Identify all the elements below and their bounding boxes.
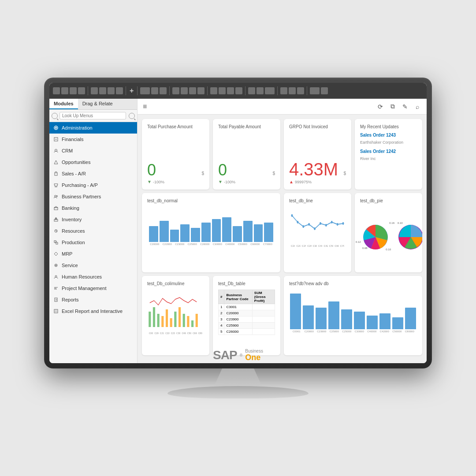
toolbar-icon-25[interactable] bbox=[297, 87, 304, 94]
kpi-payable-trend-value: -100% bbox=[224, 180, 235, 184]
sidebar-tabs: Modules Drag & Relate bbox=[49, 99, 137, 110]
nav-item-inventory[interactable]: Inventory bbox=[49, 214, 137, 225]
trend-down-icon: ▼ bbox=[147, 179, 152, 184]
adv-label-5: C25000 bbox=[341, 330, 353, 333]
business-partners-icon bbox=[53, 193, 59, 200]
svg-point-7 bbox=[55, 186, 56, 187]
toolbar-icon-27[interactable] bbox=[321, 87, 328, 94]
bar-12 bbox=[264, 223, 273, 242]
line-label-8: C50000 bbox=[329, 245, 333, 247]
adv-bar-8 bbox=[379, 313, 390, 329]
toolbar-icon-24[interactable] bbox=[289, 87, 296, 94]
svg-rect-54 bbox=[178, 307, 181, 327]
svg-rect-50 bbox=[161, 316, 164, 327]
toolbar-icon-16[interactable] bbox=[210, 87, 217, 94]
search-icon-toolbar[interactable]: ⌕ bbox=[413, 103, 421, 111]
nav-item-administration[interactable]: Administration bbox=[49, 122, 137, 134]
toolbar-icon-7[interactable] bbox=[108, 87, 115, 94]
adv-bar-chart bbox=[289, 290, 417, 329]
nav-item-sales[interactable]: Sales - A/R bbox=[49, 168, 137, 179]
toolbar-icon-6[interactable] bbox=[99, 87, 106, 94]
toolbar-icon-26[interactable] bbox=[310, 87, 320, 94]
refresh-icon[interactable]: ⟳ bbox=[376, 103, 384, 111]
toolbar-add-icon[interactable]: + bbox=[130, 87, 134, 95]
nav-item-hr[interactable]: Human Resources bbox=[49, 271, 137, 283]
sidebar-search bbox=[49, 110, 137, 122]
nav-item-opportunities[interactable]: Opportunities bbox=[49, 156, 137, 168]
toolbar-icon-5[interactable] bbox=[91, 87, 98, 94]
toolbar-icon-23[interactable] bbox=[280, 87, 287, 94]
toolbar-icon-19[interactable] bbox=[235, 87, 242, 94]
sap-text: SAP bbox=[213, 348, 237, 362]
adv-bar-9 bbox=[392, 317, 403, 329]
toolbar-icon-4[interactable] bbox=[78, 87, 85, 94]
nav-label-resources: Resources bbox=[62, 228, 85, 234]
pie1-label-010: 0.10 bbox=[386, 248, 391, 251]
toolbar-icon-20[interactable] bbox=[248, 87, 255, 94]
toolbar-icon-13[interactable] bbox=[181, 87, 188, 94]
toolbar-icon-15[interactable] bbox=[197, 87, 205, 94]
toolbar-icon-2[interactable] bbox=[61, 87, 68, 94]
sidebar-nav: Administration Financials bbox=[49, 122, 137, 363]
toolbar-icon-17[interactable] bbox=[219, 87, 226, 94]
svg-marker-12 bbox=[54, 206, 58, 208]
chart-label-8: C50000 bbox=[237, 243, 249, 245]
bar-2 bbox=[160, 221, 169, 242]
svg-point-37 bbox=[302, 225, 304, 228]
nav-item-reports[interactable]: Reports bbox=[49, 294, 137, 305]
edit-icon[interactable]: ✎ bbox=[401, 103, 409, 111]
toolbar-icon-21[interactable] bbox=[257, 87, 264, 94]
bar-5 bbox=[191, 228, 200, 242]
bar-3 bbox=[170, 230, 179, 242]
nav-item-excel[interactable]: Excel Report and Interactive bbox=[49, 305, 137, 317]
nav-item-crm[interactable]: CRM bbox=[49, 145, 137, 156]
recent-link-1243[interactable]: Sales Order 1243 bbox=[360, 133, 417, 138]
business-text: Business bbox=[245, 349, 263, 353]
nav-item-production[interactable]: Production bbox=[49, 237, 137, 248]
toolbar-sep-6 bbox=[245, 86, 245, 95]
svg-marker-5 bbox=[54, 160, 58, 164]
nav-item-banking[interactable]: Banking bbox=[49, 202, 137, 214]
line-label-7: C42000 bbox=[324, 245, 327, 247]
dashboard-grid: Total Purchase Amount 0 $ ▼ -100% bbox=[138, 115, 427, 363]
nav-item-purchasing[interactable]: Purchasing - A/P bbox=[49, 179, 137, 191]
svg-line-18 bbox=[56, 231, 57, 231]
nav-item-financials[interactable]: Financials bbox=[49, 134, 137, 145]
toolbar-icon-10[interactable] bbox=[151, 87, 158, 94]
toolbar-icon-18[interactable] bbox=[227, 87, 234, 94]
kpi-payable-value: 0 bbox=[218, 161, 271, 179]
trend-up-icon: ▲ bbox=[289, 179, 294, 184]
row-sum-3 bbox=[252, 316, 275, 323]
financials-icon bbox=[53, 136, 59, 142]
toolbar-icon-22[interactable] bbox=[265, 87, 275, 94]
svg-rect-56 bbox=[187, 316, 189, 327]
search-submit-icon[interactable] bbox=[129, 113, 135, 119]
toolbar-icon-12[interactable] bbox=[172, 87, 179, 94]
svg-point-35 bbox=[291, 214, 293, 217]
tab-drag-relate[interactable]: Drag & Relate bbox=[78, 99, 117, 109]
hamburger-icon[interactable]: ≡ bbox=[143, 103, 147, 111]
toolbar-icon-1[interactable] bbox=[53, 87, 60, 94]
nav-item-resources[interactable]: Resources bbox=[49, 225, 137, 237]
nav-item-project-management[interactable]: Project Management bbox=[49, 283, 137, 294]
toolbar-icon-9[interactable] bbox=[140, 87, 150, 94]
service-icon bbox=[53, 262, 59, 268]
chart-pie-title: test_db_pie bbox=[360, 198, 417, 203]
svg-point-24 bbox=[56, 265, 57, 266]
search-input[interactable] bbox=[60, 112, 126, 119]
nav-label-excel: Excel Report and Interactive bbox=[62, 309, 123, 314]
nav-item-service[interactable]: Service bbox=[49, 260, 137, 271]
copy-icon[interactable]: ⧉ bbox=[389, 103, 397, 111]
toolbar-icon-11[interactable] bbox=[160, 87, 167, 94]
pie1-label-016: 0.16 bbox=[389, 222, 394, 224]
toolbar-icon-8[interactable] bbox=[116, 87, 123, 94]
toolbar-icon-3[interactable] bbox=[70, 87, 77, 94]
nav-item-mrp[interactable]: MRP bbox=[49, 248, 137, 260]
trend-down-icon-2: ▼ bbox=[218, 179, 223, 184]
col-label-8: C50000 bbox=[187, 332, 191, 335]
toolbar-icon-14[interactable] bbox=[189, 87, 196, 94]
th-bp-code: Business Partner Code bbox=[224, 290, 252, 304]
nav-item-business-partners[interactable]: Business Partners bbox=[49, 191, 137, 202]
tab-modules[interactable]: Modules bbox=[49, 99, 78, 109]
recent-link-1242[interactable]: Sales Order 1242 bbox=[360, 149, 417, 154]
